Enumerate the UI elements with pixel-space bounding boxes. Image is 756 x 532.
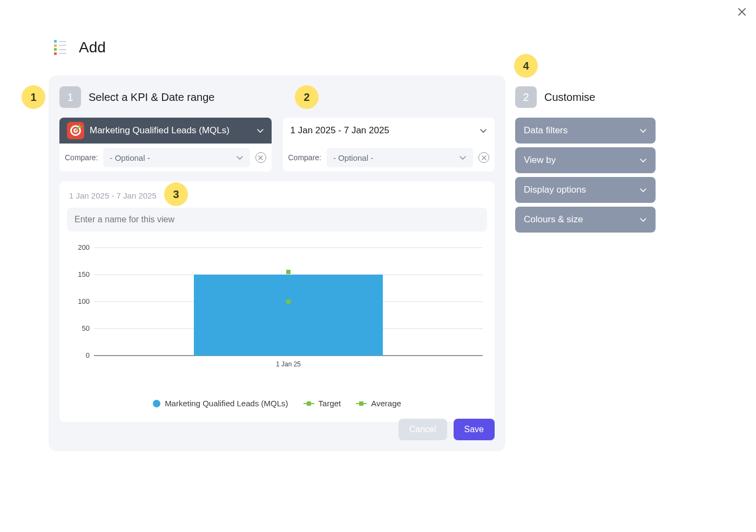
- close-button[interactable]: [738, 8, 746, 16]
- save-button[interactable]: Save: [454, 419, 495, 440]
- preview-date-subtitle: 1 Jan 2025 - 7 Jan 2025: [67, 191, 487, 200]
- step2-header: 2 Customise: [515, 86, 656, 108]
- svg-rect-18: [286, 299, 291, 304]
- cancel-button[interactable]: Cancel: [399, 419, 447, 440]
- chevron-down-icon: [459, 154, 467, 161]
- date-compare-label: Compare:: [288, 153, 321, 162]
- legend-target: Target: [303, 399, 341, 408]
- main-panel: 1 Select a KPI & Date range Marketing Qu…: [49, 76, 505, 451]
- svg-rect-15: [194, 275, 383, 356]
- x-icon: [258, 155, 263, 160]
- step1-number: 1: [59, 86, 81, 108]
- step1-header: 1 Select a KPI & Date range: [59, 86, 495, 108]
- chevron-down-icon: [639, 186, 647, 194]
- page-title: Add: [79, 39, 106, 56]
- square-marker-icon: [303, 401, 314, 406]
- date-range-selector[interactable]: 1 Jan 2025 - 7 Jan 2025: [283, 118, 495, 144]
- close-icon: [738, 8, 746, 16]
- circle-icon: [153, 400, 160, 407]
- chevron-down-icon: [256, 127, 264, 134]
- kpi-selector[interactable]: Marketing Qualified Leads (MQLs): [59, 118, 272, 144]
- kpi-compare-select[interactable]: - Optional -: [103, 148, 249, 167]
- chart-legend: Marketing Qualified Leads (MQLs) Target …: [67, 399, 487, 408]
- date-range-label: 1 Jan 2025 - 7 Jan 2025: [291, 125, 389, 136]
- target-icon: [67, 122, 84, 139]
- svg-text:100: 100: [78, 297, 90, 305]
- chevron-down-icon: [480, 127, 487, 134]
- svg-text:0: 0: [86, 351, 90, 359]
- step2-title: Customise: [544, 91, 595, 104]
- step1-title: Select a KPI & Date range: [89, 91, 214, 104]
- accordion-data-filters[interactable]: Data filters: [515, 118, 656, 144]
- kpi-selector-label: Marketing Qualified Leads (MQLs): [90, 125, 230, 136]
- annotation-1: 1: [22, 85, 45, 109]
- step2-number: 2: [515, 86, 537, 108]
- date-compare-row: Compare: - Optional -: [283, 144, 495, 172]
- accordion-colours-size[interactable]: Colours & size: [515, 207, 656, 233]
- legend-average: Average: [356, 399, 401, 408]
- kpi-compare-row: Compare: - Optional -: [59, 144, 272, 172]
- date-compare-select[interactable]: - Optional -: [327, 148, 473, 167]
- accordion-display-options[interactable]: Display options: [515, 177, 656, 203]
- svg-text:1 Jan 25: 1 Jan 25: [276, 360, 301, 368]
- accordion-view-by[interactable]: View by: [515, 147, 656, 173]
- preview-card: 1 Jan 2025 - 7 Jan 2025 0501001502001 Ja…: [59, 181, 495, 422]
- svg-text:200: 200: [78, 243, 90, 251]
- chevron-down-icon: [639, 216, 647, 223]
- svg-rect-17: [286, 270, 291, 274]
- date-compare-clear[interactable]: [478, 152, 489, 163]
- view-name-input[interactable]: [67, 208, 487, 231]
- kpi-compare-label: Compare:: [65, 153, 98, 162]
- chevron-down-icon: [236, 154, 244, 161]
- legend-series: Marketing Qualified Leads (MQLs): [153, 399, 288, 408]
- annotation-4: 4: [514, 54, 538, 78]
- customise-sidebar: 2 Customise Data filters View by Display…: [515, 76, 656, 236]
- svg-text:150: 150: [78, 270, 90, 278]
- annotation-2: 2: [295, 85, 319, 109]
- svg-text:50: 50: [82, 324, 90, 332]
- list-icon: [54, 39, 70, 56]
- chevron-down-icon: [639, 156, 647, 164]
- kpi-compare-clear[interactable]: [255, 152, 266, 163]
- chevron-down-icon: [639, 127, 647, 134]
- x-icon: [482, 155, 487, 160]
- square-marker-icon: [356, 401, 367, 406]
- annotation-3: 3: [164, 182, 188, 206]
- chart: 0501001502001 Jan 25 Marketing Qualified…: [67, 242, 487, 408]
